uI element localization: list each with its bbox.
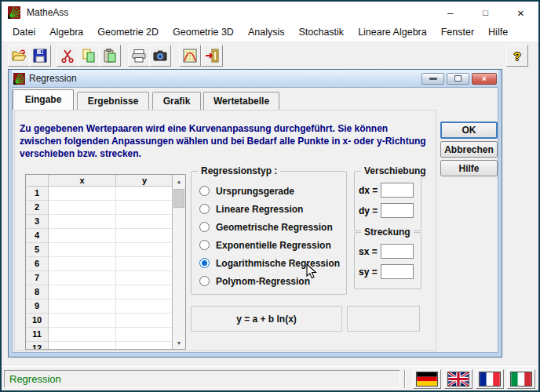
radio-ursprungsgerade[interactable]: Ursprungsgerade [199, 182, 346, 200]
cell-x[interactable] [49, 299, 116, 314]
cell-y[interactable] [116, 215, 173, 229]
menu-analysis[interactable]: Analysis [241, 24, 292, 42]
column-header-y[interactable]: y [116, 175, 173, 186]
cell-y[interactable] [116, 299, 173, 314]
dialog-restore-button[interactable] [447, 73, 469, 85]
menu-datei[interactable]: Datei [5, 24, 42, 42]
menu-lineare-algebra[interactable]: Lineare Algebra [351, 24, 434, 42]
cell-x[interactable] [49, 201, 116, 215]
save-button[interactable] [29, 45, 51, 67]
paste-clipboard-icon [102, 48, 118, 64]
regression-dialog: Regression × Eingabe Ergebnisse Grafik W… [8, 69, 502, 358]
cancel-button[interactable]: Abbrechen [440, 141, 498, 158]
sx-input[interactable] [381, 244, 414, 259]
tab-ergebnisse[interactable]: Ergebnisse [77, 92, 149, 110]
column-header-x[interactable]: x [49, 175, 116, 186]
cell-y[interactable] [116, 314, 173, 328]
table-row: 6 [26, 257, 185, 271]
copy-pages-icon [81, 48, 97, 64]
language-french-button[interactable] [476, 369, 504, 389]
dialog-title: Regression [29, 73, 77, 84]
tab-eingabe[interactable]: Eingabe [13, 89, 74, 110]
table-scrollbar[interactable]: ▲ ▼ [172, 175, 185, 349]
radio-geometrische-regression[interactable]: Geometrische Regression [199, 218, 346, 236]
sy-label: sy = [359, 267, 381, 278]
cell-y[interactable] [116, 342, 173, 350]
copy-button[interactable] [78, 45, 100, 67]
cell-y[interactable] [116, 257, 173, 271]
close-button[interactable]: × [503, 2, 538, 24]
dy-input[interactable] [381, 203, 414, 218]
table-row: 11 [26, 328, 185, 342]
tab-wertetabelle[interactable]: Wertetabelle [203, 92, 279, 110]
scrollbar-thumb[interactable] [173, 189, 184, 208]
print-button[interactable] [128, 45, 150, 67]
matheass-logo-icon [13, 73, 25, 85]
tab-grafik[interactable]: Grafik [152, 92, 201, 110]
table-row: 10 [26, 314, 185, 328]
language-italian-button[interactable] [507, 369, 535, 389]
cell-x[interactable] [49, 285, 116, 299]
radio-exponentielle-regression[interactable]: Exponentielle Regression [199, 236, 346, 254]
table-row: 2 [26, 201, 185, 215]
table-row: 4 [26, 229, 185, 243]
instruction-text: Zu gegebenen Wertepaaren wird eine Kurve… [20, 122, 431, 160]
cell-x[interactable] [49, 257, 116, 271]
stretch-group-label: Streckung [361, 227, 414, 238]
exit-door-icon [204, 48, 220, 64]
menu-stochastik[interactable]: Stochastik [291, 24, 351, 42]
snapshot-button[interactable] [149, 45, 171, 67]
window-title: MatheAss [27, 2, 68, 24]
cell-y[interactable] [116, 187, 173, 201]
cell-x[interactable] [49, 229, 116, 243]
menu-fenster[interactable]: Fenster [434, 24, 481, 42]
language-german-button[interactable] [413, 369, 441, 389]
dialog-help-button[interactable]: Hilfe [440, 160, 498, 176]
minimize-button[interactable]: – [432, 2, 468, 24]
scroll-up-icon[interactable]: ▲ [173, 175, 185, 187]
dx-input[interactable] [381, 183, 414, 198]
menu-geometrie-2d[interactable]: Geometrie 2D [90, 24, 166, 42]
language-english-button[interactable] [444, 369, 472, 389]
menu-algebra[interactable]: Algebra [42, 24, 90, 42]
cell-y[interactable] [116, 201, 173, 215]
help-button[interactable]: ? [506, 45, 528, 67]
cell-y[interactable] [116, 285, 173, 299]
plot-button[interactable] [179, 45, 201, 67]
dx-label: dx = [359, 185, 381, 196]
maximize-button[interactable]: □ [468, 2, 503, 24]
cell-y[interactable] [116, 328, 173, 342]
cell-x[interactable] [49, 215, 116, 229]
help-question-icon: ? [513, 49, 520, 63]
table-row: 7 [26, 271, 185, 285]
radio-polynom-regression[interactable]: Polynom-Regression [199, 272, 346, 290]
radio-logarithmische-regression[interactable]: Logarithmische Regression [199, 254, 346, 272]
status-separator [404, 370, 406, 388]
save-floppy-icon [32, 48, 48, 64]
function-graph-icon [182, 48, 198, 64]
cell-x[interactable] [49, 342, 116, 350]
cell-x[interactable] [49, 243, 116, 257]
cell-y[interactable] [116, 229, 173, 243]
sy-input[interactable] [381, 264, 414, 279]
open-button[interactable] [8, 45, 30, 67]
matheass-logo-icon [8, 6, 20, 19]
menu-hilfe[interactable]: Hilfe [481, 24, 515, 42]
ok-button[interactable]: OK [440, 122, 498, 139]
scroll-down-icon[interactable]: ▼ [173, 336, 185, 349]
cell-x[interactable] [49, 328, 116, 342]
exit-button[interactable] [201, 45, 223, 67]
dialog-titlebar[interactable]: Regression × [12, 70, 498, 87]
dialog-close-button[interactable]: × [472, 73, 497, 85]
menu-geometrie-3d[interactable]: Geometrie 3D [166, 24, 241, 42]
radio-lineare-regression[interactable]: Lineare Regression [199, 200, 346, 218]
table-corner-cell[interactable] [26, 175, 49, 186]
cut-button[interactable] [57, 45, 78, 67]
cell-x[interactable] [49, 271, 116, 285]
cell-x[interactable] [49, 314, 116, 328]
paste-button[interactable] [99, 45, 121, 67]
cell-y[interactable] [116, 271, 173, 285]
cell-y[interactable] [116, 243, 173, 257]
cell-x[interactable] [49, 187, 116, 201]
dialog-minimize-button[interactable] [421, 73, 444, 85]
